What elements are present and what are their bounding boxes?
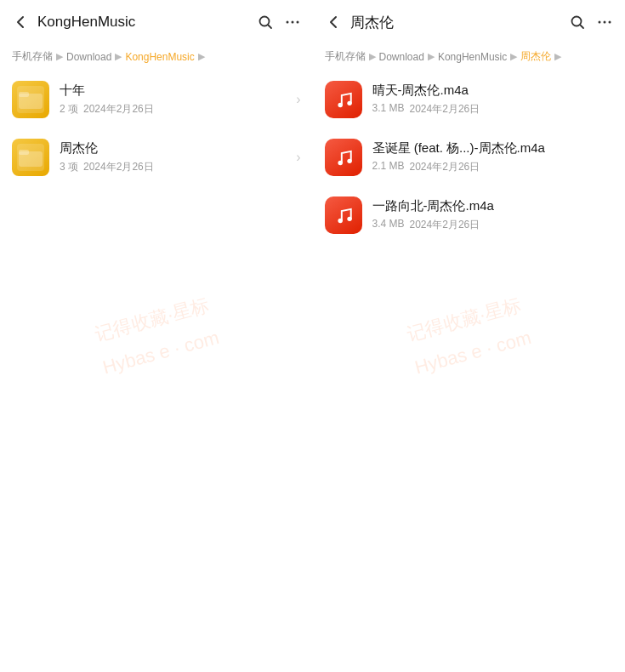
folder-meta-zhoujielen: 3 项 2024年2月26日 xyxy=(60,160,289,174)
music-icon-shengdanxing xyxy=(325,139,362,176)
music-name-yiluxiangbei: 一路向北-周杰伦.m4a xyxy=(372,198,614,214)
breadcrumb-sep: ▶ xyxy=(115,51,122,62)
right-panel: 周杰伦 手机存储 ▶ Download ▶ KongHenMusic ▶ 周杰伦… xyxy=(313,0,626,672)
breadcrumb-sep: ▶ xyxy=(510,51,517,62)
music-meta-shengdanxing: 2.1 MB 2024年2月26日 xyxy=(372,160,614,174)
chevron-right-icon: › xyxy=(296,150,300,165)
left-file-list: 十年 2 项 2024年2月26日 › 周杰伦 3 项 2024年2月 xyxy=(0,71,313,672)
music-date-shengdanxing: 2024年2月26日 xyxy=(410,160,480,174)
breadcrumb-sep: ▶ xyxy=(198,51,205,62)
music-meta-qingtian: 3.1 MB 2024年2月26日 xyxy=(372,102,614,117)
breadcrumb-sep: ▶ xyxy=(56,51,63,62)
right-file-list: 晴天-周杰伦.m4a 3.1 MB 2024年2月26日 圣诞星 (feat. … xyxy=(313,71,626,672)
music-info-shengdanxing: 圣诞星 (feat. 杨...)-周杰伦.m4a 2.1 MB 2024年2月2… xyxy=(372,140,614,174)
music-date-qingtian: 2024年2月26日 xyxy=(410,102,480,117)
left-search-button[interactable] xyxy=(255,12,276,32)
folder-item-zhoujielen[interactable]: 周杰伦 3 项 2024年2月26日 › xyxy=(0,128,313,186)
music-info-qingtian: 晴天-周杰伦.m4a 3.1 MB 2024年2月26日 xyxy=(372,83,614,117)
breadcrumb-sep: ▶ xyxy=(554,51,561,62)
svg-point-14 xyxy=(338,161,342,165)
breadcrumb-item[interactable]: KongHenMusic xyxy=(438,51,507,63)
right-search-button[interactable] xyxy=(567,12,588,32)
svg-point-2 xyxy=(291,21,293,24)
folder-info-zhoujielen: 周杰伦 3 项 2024年2月26日 xyxy=(60,140,289,174)
music-icon-qingtian xyxy=(325,81,362,118)
folder-item-shinian[interactable]: 十年 2 项 2024年2月26日 › xyxy=(0,71,313,128)
music-meta-yiluxiangbei: 3.4 MB 2024年2月26日 xyxy=(372,218,614,232)
music-info-yiluxiangbei: 一路向北-周杰伦.m4a 3.4 MB 2024年2月26日 xyxy=(372,198,614,232)
left-breadcrumb: 手机存储 ▶ Download ▶ KongHenMusic ▶ xyxy=(0,44,313,71)
breadcrumb-item[interactable]: Download xyxy=(379,51,424,63)
music-item-yiluxiangbei[interactable]: 一路向北-周杰伦.m4a 3.4 MB 2024年2月26日 xyxy=(313,186,626,244)
chevron-right-icon: › xyxy=(296,92,300,107)
svg-point-12 xyxy=(338,103,342,107)
left-back-button[interactable] xyxy=(10,12,31,32)
breadcrumb-item[interactable]: Download xyxy=(66,51,111,63)
music-size-qingtian: 3.1 MB xyxy=(372,102,405,117)
breadcrumb-sep: ▶ xyxy=(428,51,435,62)
folder-date-zhoujielen: 2024年2月26日 xyxy=(83,160,154,174)
svg-point-3 xyxy=(296,21,298,24)
svg-point-0 xyxy=(259,17,269,26)
folder-icon-zhoujielen xyxy=(12,139,49,176)
right-back-button[interactable] xyxy=(323,12,344,32)
svg-point-15 xyxy=(347,159,351,163)
music-date-yiluxiangbei: 2024年2月26日 xyxy=(410,218,480,232)
music-item-qingtian[interactable]: 晴天-周杰伦.m4a 3.1 MB 2024年2月26日 xyxy=(313,71,626,128)
music-icon-yiluxiangbei xyxy=(325,196,362,234)
folder-count-zhoujielen: 3 项 xyxy=(60,160,78,174)
svg-point-13 xyxy=(347,101,351,105)
music-name-qingtian: 晴天-周杰伦.m4a xyxy=(372,83,614,99)
right-header: 周杰伦 xyxy=(313,0,626,44)
left-panel: KongHenMusic 手机存储 ▶ Download ▶ KongHenMu… xyxy=(0,0,313,672)
svg-point-16 xyxy=(338,219,342,223)
svg-point-9 xyxy=(599,21,601,24)
music-size-shengdanxing: 2.1 MB xyxy=(372,160,405,174)
folder-icon-shinian xyxy=(12,81,49,118)
music-size-yiluxiangbei: 3.4 MB xyxy=(372,218,405,232)
folder-date-shinian: 2024年2月26日 xyxy=(83,102,154,117)
svg-point-8 xyxy=(572,17,582,26)
breadcrumb-item-active[interactable]: KongHenMusic xyxy=(125,51,194,63)
breadcrumb-sep: ▶ xyxy=(369,51,376,62)
right-panel-title: 周杰伦 xyxy=(350,13,561,32)
folder-name-zhoujielen: 周杰伦 xyxy=(60,140,289,157)
breadcrumb-item[interactable]: 手机存储 xyxy=(325,49,366,64)
left-header: KongHenMusic xyxy=(0,0,313,44)
svg-point-1 xyxy=(286,21,288,24)
right-breadcrumb: 手机存储 ▶ Download ▶ KongHenMusic ▶ 周杰伦 ▶ xyxy=(313,44,626,71)
folder-meta-shinian: 2 项 2024年2月26日 xyxy=(60,102,289,117)
folder-count-shinian: 2 项 xyxy=(60,102,78,117)
folder-name-shinian: 十年 xyxy=(60,83,289,99)
svg-rect-7 xyxy=(19,150,29,155)
breadcrumb-item[interactable]: 手机存储 xyxy=(12,49,53,64)
left-more-button[interactable] xyxy=(282,12,303,32)
breadcrumb-item-active[interactable]: 周杰伦 xyxy=(520,49,551,64)
svg-point-17 xyxy=(347,217,351,221)
svg-point-11 xyxy=(609,21,611,24)
svg-rect-6 xyxy=(19,151,43,167)
music-item-shengdanxing[interactable]: 圣诞星 (feat. 杨...)-周杰伦.m4a 2.1 MB 2024年2月2… xyxy=(313,128,626,186)
svg-point-10 xyxy=(604,21,606,24)
svg-rect-5 xyxy=(19,92,29,97)
right-more-button[interactable] xyxy=(594,12,615,32)
svg-rect-4 xyxy=(19,94,43,109)
folder-info-shinian: 十年 2 项 2024年2月26日 xyxy=(60,83,289,117)
music-name-shengdanxing: 圣诞星 (feat. 杨...)-周杰伦.m4a xyxy=(372,140,614,157)
left-panel-title: KongHenMusic xyxy=(37,14,248,31)
